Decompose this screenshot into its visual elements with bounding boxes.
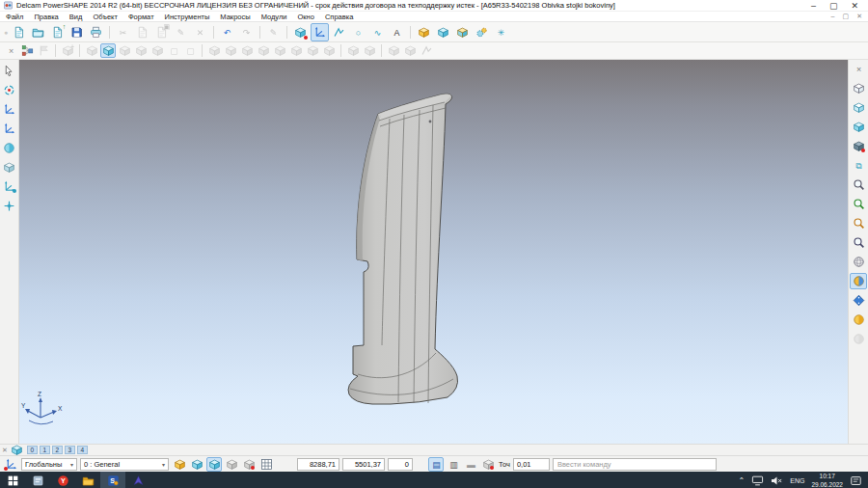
snap-filter-icon[interactable] (241, 457, 257, 472)
view-wireframe-icon[interactable] (850, 254, 867, 270)
select-cursor-icon[interactable] (1, 63, 18, 79)
mdi-minimize-button[interactable]: – (831, 13, 835, 20)
position-point-icon[interactable] (1, 198, 18, 214)
zoom-full-icon[interactable] (850, 196, 867, 212)
level-filter-locked-icon[interactable] (224, 457, 239, 472)
level-tab-0[interactable]: 0 (27, 446, 38, 454)
solid-draft-icon[interactable] (305, 43, 320, 58)
create-surface-icon[interactable] (415, 23, 433, 41)
notification-center-icon[interactable] (850, 475, 862, 486)
yandex-browser[interactable]: Y (50, 472, 75, 488)
workplane-mode-icon[interactable] (311, 23, 329, 41)
open-model-icon[interactable] (29, 23, 47, 41)
solid-union-icon[interactable] (206, 43, 222, 58)
solid-chamfer-icon[interactable] (272, 43, 287, 58)
copy-icon[interactable] (133, 23, 151, 41)
solid-wrap-icon[interactable] (402, 43, 418, 58)
toolbar-grip[interactable]: ● (4, 29, 8, 36)
viewport-3d[interactable]: Z X Y (19, 60, 848, 444)
solid-split-icon[interactable] (321, 43, 337, 58)
menu-item-macros[interactable]: Макросы (220, 13, 250, 21)
redo-icon[interactable]: ↷ (237, 23, 256, 41)
view-iso-wire-icon[interactable] (850, 80, 867, 96)
view-shaded-icon[interactable] (850, 273, 867, 289)
edit-sketch-icon[interactable]: ✎ (264, 23, 283, 41)
solid-subtract-icon[interactable] (223, 43, 238, 58)
minimize-button[interactable]: – (811, 1, 816, 11)
task-view-app[interactable] (25, 472, 50, 488)
new-model-icon[interactable] (10, 23, 28, 41)
solid-revolution-icon[interactable] (117, 43, 132, 58)
dynamic-rotate-view-icon[interactable] (1, 82, 18, 98)
import-file-icon[interactable]: ↑ (48, 23, 67, 41)
menu-item-help[interactable]: Справка (325, 13, 353, 21)
view-iso-half-icon[interactable] (850, 99, 867, 116)
solid-boundary-offset-icon[interactable]: ▢ (182, 43, 198, 58)
workplane-status-icon[interactable] (3, 457, 18, 472)
workplane-edit-icon[interactable] (1, 121, 18, 137)
scale-view-globe-icon[interactable] (1, 140, 18, 156)
level-filter-active-icon[interactable] (206, 457, 222, 472)
create-feature-icon[interactable] (453, 23, 472, 41)
menu-item-view[interactable]: Вид (69, 13, 83, 21)
start-button[interactable] (0, 472, 25, 488)
menu-item-modules[interactable]: Модули (261, 13, 287, 21)
menu-item-object[interactable]: Объект (93, 13, 118, 21)
mdi-close-button[interactable]: ✕ (856, 13, 862, 20)
solid-intersect-icon[interactable] (239, 43, 255, 58)
menu-item-edit[interactable]: Правка (34, 13, 58, 21)
solid-from-surface-icon[interactable] (133, 43, 149, 58)
multiple-viewports-icon[interactable]: ⧉ (850, 157, 867, 174)
view-shaded-wire-icon[interactable] (850, 312, 867, 328)
solid-compare-icon[interactable] (419, 43, 434, 58)
menu-item-file[interactable]: Файл (6, 13, 23, 21)
powershape-app[interactable]: S (100, 472, 125, 488)
restore-button[interactable]: ▢ (829, 1, 838, 11)
create-arc-icon[interactable]: ○ (349, 23, 367, 41)
command-input[interactable] (553, 458, 717, 471)
volume-muted-icon[interactable] (771, 475, 783, 486)
tolerance-field[interactable]: 0,01 (513, 458, 550, 471)
solid-flag-icon[interactable] (36, 43, 51, 58)
menu-item-tools[interactable]: Инструменты (165, 13, 210, 21)
create-curve-icon[interactable]: ∿ (368, 23, 387, 41)
create-line-icon[interactable] (330, 23, 348, 41)
level-tab-3[interactable]: 3 (65, 446, 75, 454)
cursor-y-field[interactable]: 5501,37 (342, 458, 385, 471)
save-model-icon[interactable] (68, 23, 86, 41)
tool-options-icon[interactable] (480, 457, 496, 472)
solid-morph-icon[interactable] (386, 43, 401, 58)
calculator-icon[interactable]: ▬ (463, 457, 478, 472)
language-indicator[interactable]: ENG (790, 477, 804, 484)
view-along-axis-icon[interactable] (850, 138, 867, 154)
solid-history-tree-icon[interactable] (19, 43, 35, 58)
solid-box-icon[interactable] (84, 43, 99, 58)
add-solid-feature-icon[interactable]: + (60, 43, 75, 58)
dynamic-section-icon[interactable] (291, 23, 310, 41)
item-detail-view-icon[interactable]: ▥ (446, 457, 461, 472)
wizards-icon[interactable]: ✳ (492, 23, 510, 41)
model-obivka-stojki-bokoviny[interactable] (348, 94, 458, 404)
view-shadow-icon[interactable] (850, 331, 867, 347)
smart-cursor-icon[interactable] (1, 178, 18, 195)
cursor-z-field[interactable]: 0 (388, 458, 413, 471)
solid-pattern-icon[interactable] (345, 43, 361, 58)
tray-chevron-icon[interactable]: ⌃ (739, 476, 746, 485)
view-iso-shaded-icon[interactable] (850, 119, 867, 135)
create-solid-icon[interactable] (434, 23, 452, 41)
grid-toggle-icon[interactable] (258, 457, 274, 472)
level-selector[interactable]: 0 : General ▾ (80, 458, 169, 471)
level-filter-surfaces-icon[interactable] (172, 457, 187, 472)
solid-boundary-icon[interactable]: ▢ (166, 43, 181, 58)
item-list-view-icon[interactable]: ▤ (428, 457, 444, 472)
solid-fillet-icon[interactable] (256, 43, 271, 58)
level-tab-2[interactable]: 2 (52, 446, 63, 454)
cursor-x-field[interactable]: 8288,71 (297, 458, 339, 471)
zoom-cursor-icon[interactable] (850, 176, 867, 193)
close-toolbar-icon[interactable]: × (3, 43, 18, 58)
solid-pattern-2-icon[interactable] (362, 43, 377, 58)
create-text-icon[interactable]: A (388, 23, 406, 41)
taskbar-clock[interactable]: 10:17 29.06.2022 (811, 473, 843, 488)
dynamic-sectioning-icon[interactable] (850, 292, 867, 309)
workplane-create-icon[interactable] (1, 101, 18, 118)
